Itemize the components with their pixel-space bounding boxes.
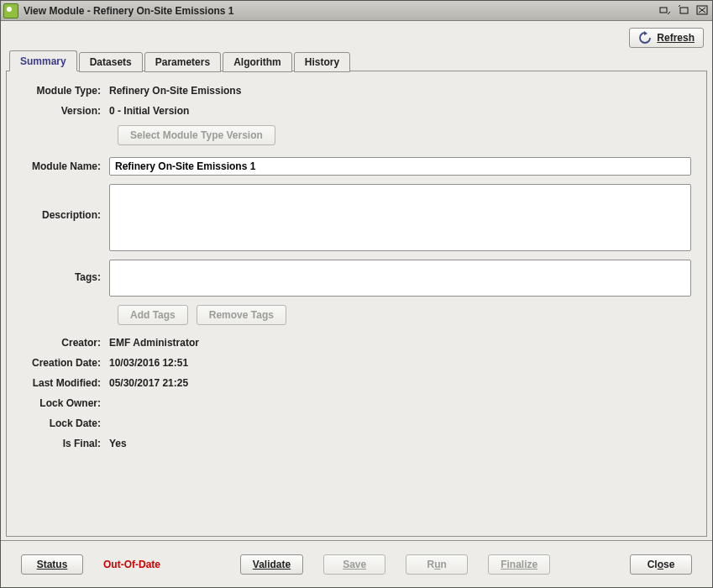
- row-module-name: Module Name:: [22, 157, 691, 176]
- value-version: 0 - Initial Version: [109, 105, 691, 117]
- module-window: View Module - Refinery On-Site Emissions…: [0, 0, 713, 588]
- label-description: Description:: [22, 184, 109, 221]
- row-version: Version: 0 - Initial Version: [22, 105, 691, 117]
- titlebar: View Module - Refinery On-Site Emissions…: [1, 1, 712, 21]
- label-tags: Tags:: [22, 260, 109, 283]
- tab-parameters-label: Parameters: [155, 56, 210, 68]
- refresh-icon: [638, 31, 652, 45]
- app-icon: [3, 3, 18, 18]
- label-version: Version:: [22, 105, 109, 117]
- row-creation-date: Creation Date: 10/03/2016 12:51: [22, 357, 691, 369]
- svg-rect-1: [680, 8, 688, 13]
- value-is-final: Yes: [109, 438, 691, 449]
- close-button[interactable]: Close: [630, 554, 692, 575]
- row-lock-date: Lock Date:: [22, 417, 691, 429]
- value-creation-date: 10/03/2016 12:51: [109, 357, 691, 369]
- tab-algorithm-label: Algorithm: [233, 56, 281, 68]
- tab-parameters[interactable]: Parameters: [144, 52, 221, 72]
- tab-datasets-label: Datasets: [90, 56, 132, 68]
- value-creator: EMF Administrator: [109, 337, 691, 349]
- footer: Status Out-Of-Date Validate Save Run Fin…: [1, 540, 712, 587]
- remove-tags-button: Remove Tags: [197, 305, 286, 325]
- tabstrip: Summary Datasets Parameters Algorithm Hi…: [1, 51, 712, 71]
- label-module-name: Module Name:: [22, 160, 109, 172]
- row-lock-owner: Lock Owner:: [22, 397, 691, 409]
- refresh-button[interactable]: Refresh: [629, 28, 704, 48]
- row-last-modified: Last Modified: 05/30/2017 21:25: [22, 377, 691, 389]
- toolbar: Refresh: [1, 21, 712, 51]
- status-text: Out-Of-Date: [103, 559, 160, 570]
- label-lock-owner: Lock Owner:: [22, 397, 109, 409]
- tab-algorithm[interactable]: Algorithm: [223, 52, 292, 72]
- label-lock-date: Lock Date:: [22, 417, 109, 429]
- close-icon[interactable]: [695, 5, 709, 17]
- status-button-label: Status: [37, 559, 68, 570]
- value-module-type: Refinery On-Site Emissions: [109, 85, 691, 97]
- svg-marker-5: [644, 31, 647, 35]
- validate-button[interactable]: Validate: [240, 554, 303, 575]
- run-button: Run: [406, 554, 468, 575]
- label-last-modified: Last Modified:: [22, 377, 109, 389]
- finalize-label: Finalize: [501, 559, 537, 570]
- minimize-icon[interactable]: [658, 5, 672, 17]
- description-input[interactable]: [109, 184, 691, 251]
- module-name-input[interactable]: [109, 157, 691, 176]
- row-is-final: Is Final: Yes: [22, 438, 691, 449]
- tab-datasets[interactable]: Datasets: [79, 52, 143, 72]
- label-module-type: Module Type:: [22, 85, 109, 97]
- content-area: Refresh Summary Datasets Parameters Algo…: [1, 21, 712, 587]
- tab-summary-label: Summary: [20, 55, 66, 67]
- refresh-label: Refresh: [657, 32, 695, 44]
- select-module-type-version-button: Select Module Type Version: [118, 125, 275, 145]
- value-last-modified: 05/30/2017 21:25: [109, 377, 691, 389]
- validate-label: Validate: [253, 559, 291, 570]
- label-creator: Creator:: [22, 337, 109, 349]
- row-module-type: Module Type: Refinery On-Site Emissions: [22, 85, 691, 97]
- run-label: Run: [427, 559, 446, 570]
- row-creator: Creator: EMF Administrator: [22, 337, 691, 349]
- finalize-button: Finalize: [488, 554, 550, 575]
- row-description: Description:: [22, 184, 691, 251]
- window-title: View Module - Refinery On-Site Emissions…: [24, 5, 658, 17]
- summary-panel: Module Type: Refinery On-Site Emissions …: [6, 71, 707, 537]
- svg-rect-0: [660, 8, 667, 13]
- maximize-icon[interactable]: [677, 5, 690, 17]
- status-button[interactable]: Status: [21, 554, 83, 575]
- add-tags-button: Add Tags: [118, 305, 188, 325]
- window-controls: [658, 5, 709, 17]
- save-label: Save: [343, 559, 366, 570]
- label-is-final: Is Final:: [22, 438, 109, 449]
- save-button: Save: [323, 554, 385, 575]
- row-tags: Tags:: [22, 260, 691, 297]
- label-creation-date: Creation Date:: [22, 357, 109, 369]
- tags-input[interactable]: [109, 260, 691, 297]
- tab-history-label: History: [305, 56, 339, 68]
- tab-summary[interactable]: Summary: [9, 50, 77, 71]
- tab-history[interactable]: History: [294, 52, 350, 72]
- close-label: Close: [647, 559, 675, 570]
